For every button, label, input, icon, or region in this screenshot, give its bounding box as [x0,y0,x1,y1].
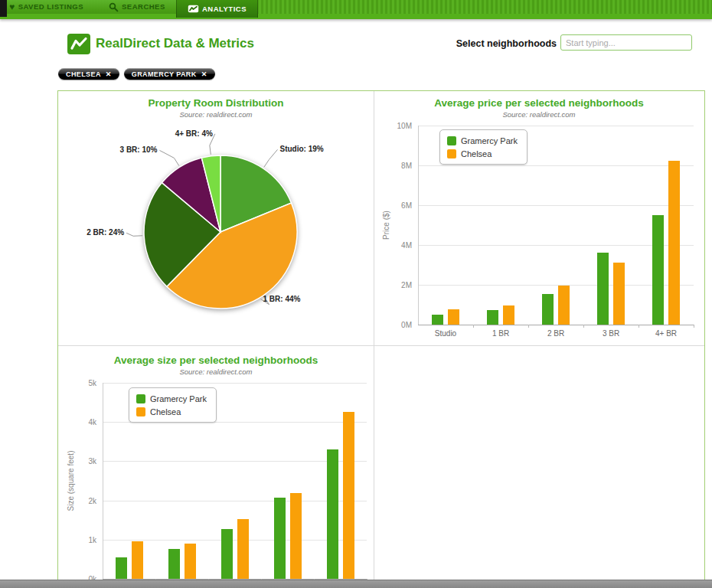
pie-slice-label: 2 BR: 24% [87,228,124,237]
x-axis-tick [583,325,584,328]
legend-swatch-icon [447,136,456,145]
gridline [103,383,367,384]
bar-gramercy-park-studio[interactable] [432,315,443,325]
y-axis-title: Price ($) [382,211,390,240]
analytics-page: ♥ SAVED LISTINGS SEARCHES ANALYTICS [0,0,712,588]
chart-legend: Gramercy ParkChelsea [129,387,217,423]
legend-label: Chelsea [461,149,492,158]
legend-label: Gramercy Park [150,394,207,403]
bar-gramercy-park-1-br[interactable] [487,310,498,325]
pie-label-connector [159,150,178,165]
legend-swatch-icon [136,407,145,416]
pie-slice-label: 1 BR: 44% [263,295,301,303]
nav-searches-label: SEARCHES [122,0,165,14]
heart-icon: ♥ [9,2,15,11]
y-axis-tick-label: 2k [58,497,96,505]
selected-neighborhood-tags: CHELSEA ✕ GRAMERCY PARK ✕ [58,68,215,80]
bar-chelsea-3-br[interactable] [613,263,625,325]
bar-chelsea-3-br[interactable] [290,493,302,579]
nav-analytics-label: ANALYTICS [202,5,247,13]
y-axis-tick-label: 4M [374,241,412,250]
legend-swatch-icon [136,394,145,403]
bar-gramercy-park-4-br[interactable] [652,215,664,325]
chart-source: Source: realdirect.com [374,110,704,119]
bar-chelsea-2-br[interactable] [237,519,249,579]
bar-gramercy-park-3-br[interactable] [274,498,286,579]
bar-chelsea-1-br[interactable] [185,544,196,579]
chart-title: Average price per selected neighborhoods [374,97,704,109]
bar-gramercy-park-4-br[interactable] [327,449,338,579]
window-edge [0,0,7,17]
legend-item-gramercy-park[interactable]: Gramercy Park [136,392,207,405]
legend-item-gramercy-park[interactable]: Gramercy Park [447,134,518,147]
nav-saved-listings[interactable]: ♥ SAVED LISTINGS [9,0,83,14]
y-axis-tick-label: 6M [374,201,412,210]
gridline [418,205,694,206]
bar-chelsea-2-br[interactable] [558,286,570,325]
legend-swatch-icon [447,149,456,158]
legend-item-chelsea[interactable]: Chelsea [136,405,207,418]
y-axis-tick-label: 10M [374,122,412,130]
gridline [418,165,694,166]
bar-chelsea-4-br[interactable] [343,412,354,579]
tag-gramercy-park-label: GRAMERCY PARK [132,70,197,78]
bar-gramercy-park-studio[interactable] [116,557,127,579]
y-axis-tick-label: 4k [58,418,96,426]
close-icon[interactable]: ✕ [106,70,112,78]
legend-label: Gramercy Park [461,136,518,145]
nav-analytics[interactable]: ANALYTICS [176,0,258,18]
legend-label: Chelsea [150,407,181,416]
gridline [418,126,694,126]
price-chart-panel: Average price per selected neighborhoods… [374,91,704,345]
pie-slice-label: Studio: 19% [280,145,324,153]
room-distribution-pie-chart: Studio: 19%1 BR: 44%2 BR: 24%3 BR: 10%4+… [58,91,374,345]
x-axis-category-label: 2 BR [528,329,583,338]
x-axis-category-label: 4+ BR [639,329,694,338]
bar-gramercy-park-2-br[interactable] [542,294,554,325]
y-axis-tick-label: 3k [58,457,96,466]
y-axis-tick-label: 8M [374,162,412,170]
bar-gramercy-park-1-br[interactable] [168,549,180,579]
x-axis-category-label: 3 BR [583,329,639,338]
nav-saved-listings-label: SAVED LISTINGS [18,0,83,14]
y-axis-tick-label: 2M [374,281,412,289]
pie-slice-label: 3 BR: 10% [120,145,158,154]
x-axis-tick [694,325,694,328]
x-axis-tick [528,325,529,328]
y-axis-line [103,383,103,579]
page-title: RealDirect Data & Metrics [96,36,254,51]
pie-slice-label: 4+ BR: 4% [175,129,213,138]
tag-chelsea-label: CHELSEA [66,70,101,78]
pie-chart-panel: Property Room Distribution Source: reald… [58,91,374,345]
neighborhood-search-input[interactable] [560,34,692,51]
pie-label-connector [264,149,278,167]
chart-legend: Gramercy ParkChelsea [439,129,527,165]
search-icon [109,2,119,12]
y-axis-tick-label: 5k [58,379,96,387]
chart-title: Average size per selected neighborhoods [58,354,374,366]
nav-searches[interactable]: SEARCHES [109,0,165,14]
y-axis-title: Size (square feet) [67,451,75,511]
x-axis-line [418,325,694,325]
bar-chelsea-studio[interactable] [448,309,459,325]
close-icon[interactable]: ✕ [201,70,207,78]
dashboard-grid: Property Room Distribution Source: reald… [57,90,705,588]
y-axis-line [418,126,419,325]
x-axis-category-label: Studio [418,329,473,338]
y-axis-tick-label: 0M [374,321,412,329]
bar-gramercy-park-2-br[interactable] [221,529,233,579]
topbar-bottom-strip [0,14,712,19]
chart-icon [188,5,199,13]
bar-chelsea-studio[interactable] [132,541,143,579]
y-axis-tick-label: 1k [58,536,96,544]
bar-chelsea-4-br[interactable] [668,161,680,325]
legend-item-chelsea[interactable]: Chelsea [447,147,518,160]
bar-gramercy-park-3-br[interactable] [597,253,609,325]
bar-chelsea-1-br[interactable] [503,305,514,325]
x-axis-category-label: 1 BR [473,329,528,338]
tag-gramercy-park[interactable]: GRAMERCY PARK ✕ [124,68,215,80]
top-navigation: ♥ SAVED LISTINGS SEARCHES ANALYTICS [0,0,712,19]
tag-chelsea[interactable]: CHELSEA ✕ [58,68,119,80]
x-axis-tick [639,325,639,328]
size-chart-panel: Average size per selected neighborhoods … [58,345,374,588]
